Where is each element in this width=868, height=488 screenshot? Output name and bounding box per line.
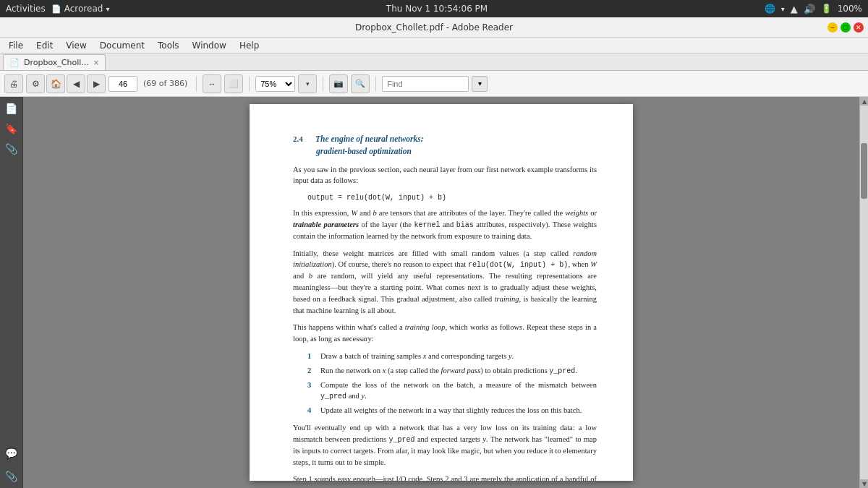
print-group: 🖨 (4, 74, 23, 93)
home-button[interactable]: 🏠 (46, 74, 65, 93)
system-bar-left: Activities 📄 Acroread ▾ (6, 4, 109, 14)
para3-training: training, (495, 295, 521, 303)
system-bar-right: 🌐 ▾ ▲ 🔊 🔋 100% (765, 4, 862, 14)
scroll-thumb[interactable] (861, 143, 867, 200)
nav-group: ⚙ 🏠 ◀ ▶ (26, 74, 106, 93)
paragraph-5: You'll eventually end up with a network … (293, 422, 597, 468)
find-input[interactable] (382, 76, 469, 92)
menu-tools[interactable]: Tools (152, 39, 185, 52)
menu-bar: File Edit View Document Tools Window Hel… (0, 38, 868, 53)
separator-2 (249, 76, 250, 92)
sidebar-page-icon[interactable]: 📄 (5, 103, 17, 114)
tab-pdf-icon: 📄 (9, 58, 20, 67)
page-number-input[interactable] (109, 76, 137, 92)
fit-width-button[interactable]: ⬜ (224, 74, 243, 93)
minimize-button[interactable]: – (827, 22, 838, 33)
sidebar-bookmark-icon[interactable]: 🔖 (5, 123, 17, 134)
para2-bias: bias (456, 221, 474, 229)
menu-document[interactable]: Document (94, 39, 150, 52)
sidebar-attachment-icon[interactable]: 📎 (5, 143, 17, 155)
left-sidebar: 📄 🔖 📎 💬 📎 (0, 97, 23, 488)
fit-page-button[interactable]: ↔ (203, 74, 221, 93)
scroll-down-arrow[interactable]: ▼ (860, 479, 868, 488)
scroll-track[interactable] (860, 106, 868, 479)
separator-3 (323, 76, 323, 92)
para2-weights: weights (565, 209, 588, 217)
window-title: Dropbox_Chollet.pdf - Adobe Reader (355, 22, 513, 33)
wifi-icon[interactable]: ▲ (791, 4, 798, 14)
zoom-level: 100% (838, 4, 862, 14)
para3-b: b (309, 272, 312, 280)
menu-view[interactable]: View (60, 39, 92, 52)
para2-trainable: trainable parameters (293, 221, 359, 228)
toolbar: 🖨 ⚙ 🏠 ◀ ▶ (69 of 386) ↔ ⬜ 75% 100% 125% … (0, 71, 868, 97)
document-tab[interactable]: 📄 Dropbox_Choll... × (3, 54, 106, 70)
scroll-up-arrow[interactable]: ▲ (860, 97, 868, 106)
section-number: 2.4 (293, 134, 303, 143)
system-clock: Thu Nov 1 10:54:06 PM (109, 4, 764, 14)
paragraph-4: This happens within what's called a trai… (293, 322, 597, 345)
sidebar-comment-icon[interactable]: 💬 (5, 448, 17, 459)
menu-file[interactable]: File (3, 39, 29, 52)
section-title-line1: The engine of neural networks: (315, 134, 424, 143)
paragraph-2: In this expression, W and b are tensors … (293, 207, 597, 242)
activities-button[interactable]: Activities (6, 4, 46, 14)
menu-edit[interactable]: Edit (30, 39, 59, 52)
list-item-2: 2Run the network on x (a step called the… (307, 365, 597, 377)
code-block-1: output = relu(dot(W, input) + b) (307, 192, 597, 203)
section-title-line2: gradient-based optimization (316, 145, 597, 158)
print-button[interactable]: 🖨 (4, 74, 23, 93)
prev-button[interactable]: ◀ (67, 74, 85, 93)
para3-code: relu(dot(W, input) + b) (468, 261, 568, 269)
next-button[interactable]: ▶ (87, 74, 106, 93)
volume-icon[interactable]: 🔊 (804, 4, 815, 14)
app-menu[interactable]: 📄 Acroread ▾ (51, 4, 110, 14)
maximize-button[interactable]: □ (841, 22, 851, 33)
system-bar: Activities 📄 Acroread ▾ Thu Nov 1 10:54:… (0, 0, 868, 17)
separator-4 (375, 76, 376, 92)
tab-bar: 📄 Dropbox_Choll... × (0, 53, 868, 71)
list-item-3: 3Compute the loss of the network on the … (307, 380, 597, 403)
power-icon[interactable]: 🔋 (821, 4, 832, 14)
find-next-button[interactable]: ▾ (472, 76, 488, 92)
app-name-label: Acroread (64, 4, 103, 14)
find-button[interactable]: 🔍 (351, 74, 370, 93)
pdf-area: 2.4 The engine of neural networks: gradi… (23, 97, 859, 488)
para3-w: W (590, 260, 597, 268)
para2-kernel: kernel (414, 221, 441, 229)
paragraph-6: Step 1 sounds easy enough—just I/O code.… (293, 474, 597, 481)
paragraph-3: Initially, these weight matrices are fil… (293, 248, 597, 317)
window-titlebar: Dropbox_Chollet.pdf - Adobe Reader – □ ✕ (0, 17, 868, 38)
list-item-4: 4Update all weights of the network in a … (307, 405, 597, 416)
section-header: 2.4 The engine of neural networks: gradi… (293, 133, 597, 158)
zoom-select[interactable]: 75% 100% 125% 150% (255, 76, 295, 92)
list-item-1: 1Draw a batch of training samples x and … (307, 351, 597, 362)
separator-1 (196, 76, 197, 92)
snapshot-button[interactable]: 📷 (329, 74, 348, 93)
paragraph-1: As you saw in the previous section, each… (293, 164, 597, 187)
training-steps-list: 1Draw a batch of training samples x and … (307, 351, 597, 416)
dropdown-arrow-net: ▾ (781, 5, 785, 13)
page-total: (69 of 386) (140, 79, 190, 88)
sidebar-paperclip-icon[interactable]: 📎 (5, 471, 17, 482)
tab-close-button[interactable]: × (93, 59, 99, 67)
toolbar-settings-button[interactable]: ⚙ (26, 74, 45, 93)
network-icon[interactable]: 🌐 (765, 4, 775, 14)
zoom-dropdown-button[interactable]: ▾ (298, 74, 317, 93)
main-area: 📄 🔖 📎 💬 📎 2.4 The engine of neural netwo… (0, 97, 868, 488)
tab-label: Dropbox_Choll... (24, 58, 89, 67)
para2-w: W (352, 209, 358, 217)
right-scrollbar: ▲ ▼ (859, 97, 868, 488)
close-button[interactable]: ✕ (854, 22, 864, 33)
menu-window[interactable]: Window (187, 39, 232, 52)
app-pdf-icon: 📄 (51, 4, 61, 14)
para2-b: b (373, 209, 376, 217)
para4-trainingloop: training loop (405, 323, 446, 331)
menu-help[interactable]: Help (234, 39, 265, 52)
window-controls: – □ ✕ (827, 22, 864, 33)
pdf-page: 2.4 The engine of neural networks: gradi… (250, 104, 633, 481)
